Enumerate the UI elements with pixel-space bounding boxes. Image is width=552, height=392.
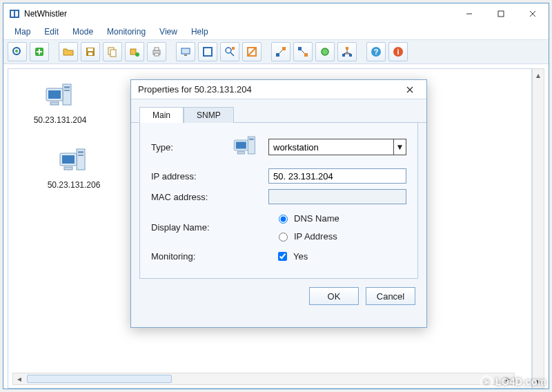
dialog-panel: Type: ▼ xyxy=(139,123,418,279)
ip-input[interactable] xyxy=(268,168,406,184)
tb-add[interactable] xyxy=(30,42,49,61)
menu-map[interactable]: Map xyxy=(9,26,36,38)
tab-snmp[interactable]: SNMP xyxy=(184,107,234,123)
ok-button[interactable]: OK xyxy=(309,287,359,305)
tb-screen[interactable] xyxy=(176,42,195,61)
menu-monitoring[interactable]: Monitoring xyxy=(101,26,151,38)
label-monitoring: Monitoring: xyxy=(151,251,227,262)
svg-point-18 xyxy=(135,52,139,57)
radio-ip-input[interactable] xyxy=(279,233,288,242)
dialog-titlebar: Properties for 50.23.131.204 xyxy=(131,80,426,99)
radio-dns[interactable]: DNS Name xyxy=(275,213,339,224)
svg-rect-62 xyxy=(249,139,254,141)
scroll-up-icon[interactable]: ▴ xyxy=(533,69,544,81)
tb-link2[interactable] xyxy=(293,42,313,61)
workstation-icon xyxy=(232,134,259,160)
tb-find[interactable] xyxy=(220,42,239,61)
node-1[interactable]: 50.23.131.204 xyxy=(22,81,98,125)
radio-dns-input[interactable] xyxy=(279,215,288,224)
svg-rect-55 xyxy=(78,155,83,156)
type-combo-input[interactable] xyxy=(269,139,393,155)
workstation-icon xyxy=(43,81,77,112)
row-ip: IP address: xyxy=(151,168,406,184)
svg-rect-17 xyxy=(130,49,136,55)
toolbar: ? i xyxy=(3,39,549,64)
titlebar: NetWhistler xyxy=(3,3,549,24)
svg-rect-2 xyxy=(15,11,18,17)
tb-rename[interactable] xyxy=(125,42,144,61)
node-1-label: 50.23.131.204 xyxy=(22,115,98,125)
tb-frame[interactable] xyxy=(198,42,217,61)
minimize-button[interactable] xyxy=(453,3,485,24)
tb-open[interactable] xyxy=(59,42,78,61)
tb-print[interactable] xyxy=(147,42,166,61)
maximize-button[interactable] xyxy=(485,3,517,24)
tb-highlight[interactable] xyxy=(242,42,262,61)
label-mac: MAC address: xyxy=(151,192,222,202)
scroll-left-icon[interactable]: ◂ xyxy=(13,373,26,384)
tb-help[interactable]: ? xyxy=(366,42,386,61)
type-combo[interactable]: ▼ xyxy=(268,139,406,155)
chevron-down-icon[interactable]: ▼ xyxy=(393,139,406,155)
tb-topology[interactable] xyxy=(337,42,357,61)
dialog-title: Properties for 50.23.131.204 xyxy=(138,84,252,95)
svg-line-26 xyxy=(230,52,234,56)
svg-point-35 xyxy=(322,48,328,55)
monitoring-check[interactable]: Yes xyxy=(275,250,308,263)
scroll-thumb[interactable] xyxy=(27,375,172,383)
tab-main[interactable]: Main xyxy=(139,107,184,123)
app-title: NetWhistler xyxy=(24,9,67,19)
tb-discover[interactable] xyxy=(8,42,27,61)
window-controls xyxy=(453,3,549,24)
monitoring-check-input[interactable] xyxy=(278,252,287,261)
close-icon xyxy=(406,86,413,93)
horizontal-scrollbar[interactable]: ◂ ▸ xyxy=(12,373,515,385)
svg-rect-16 xyxy=(110,50,116,57)
menubar: Map Edit Mode Monitoring View Help xyxy=(3,24,549,39)
vertical-scrollbar[interactable]: ▴ ▾ xyxy=(532,68,544,389)
close-button[interactable] xyxy=(517,3,549,24)
svg-rect-36 xyxy=(346,47,348,50)
tb-link1[interactable] xyxy=(271,42,290,61)
svg-rect-54 xyxy=(78,151,83,153)
svg-rect-64 xyxy=(235,142,246,149)
svg-rect-23 xyxy=(184,55,187,56)
row-type: Type: ▼ xyxy=(151,134,406,160)
cancel-button[interactable]: Cancel xyxy=(366,287,415,305)
svg-rect-33 xyxy=(304,53,308,57)
menu-mode[interactable]: Mode xyxy=(67,26,99,38)
tb-info[interactable]: i xyxy=(388,42,408,61)
svg-rect-4 xyxy=(498,11,504,17)
app-icon xyxy=(9,8,20,19)
svg-rect-21 xyxy=(155,53,159,56)
tb-circle[interactable] xyxy=(315,42,335,61)
node-2[interactable]: 50.23.131.206 xyxy=(36,146,112,190)
row-display: Display Name: DNS Name IP Address xyxy=(151,213,406,242)
tb-copy[interactable] xyxy=(103,42,122,61)
svg-rect-49 xyxy=(64,90,70,91)
dialog-buttons: OK Cancel xyxy=(131,287,426,315)
monitoring-check-label: Yes xyxy=(293,251,308,262)
radio-ip[interactable]: IP Address xyxy=(275,231,337,242)
dialog-close-button[interactable] xyxy=(397,80,422,99)
row-mac: MAC address: xyxy=(151,189,406,204)
svg-rect-48 xyxy=(64,86,70,88)
watermark: ➤ LO4D.com xyxy=(480,375,546,388)
svg-rect-1 xyxy=(11,11,14,17)
svg-rect-20 xyxy=(155,48,159,50)
svg-rect-51 xyxy=(48,90,61,99)
menu-view[interactable]: View xyxy=(154,26,183,38)
mac-input[interactable] xyxy=(268,189,406,204)
watermark-text: LO4D.com xyxy=(495,376,546,387)
workstation-icon xyxy=(57,146,90,177)
radio-dns-label: DNS Name xyxy=(294,213,339,224)
type-icon-wrap xyxy=(229,134,262,160)
svg-rect-58 xyxy=(64,167,72,170)
menu-edit[interactable]: Edit xyxy=(39,26,64,38)
menu-help[interactable]: Help xyxy=(186,26,214,38)
svg-line-31 xyxy=(279,50,282,53)
svg-rect-52 xyxy=(50,102,59,105)
svg-text:?: ? xyxy=(374,48,379,56)
tb-save[interactable] xyxy=(81,42,100,61)
svg-rect-14 xyxy=(88,52,92,55)
